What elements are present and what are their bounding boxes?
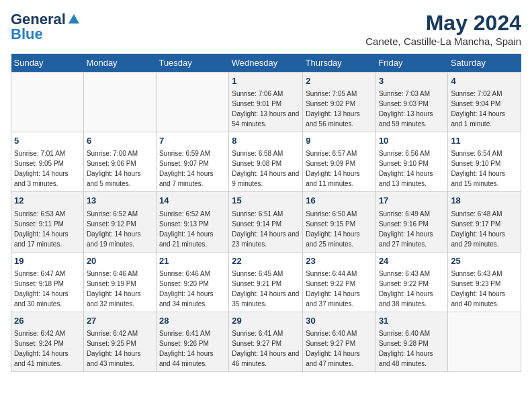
- sunrise-text: Sunrise: 6:50 AM: [306, 210, 357, 218]
- logo-icon: [67, 13, 81, 26]
- calendar-cell: 30Sunrise: 6:40 AMSunset: 9:27 PMDayligh…: [303, 312, 376, 371]
- daylight-text: Daylight: 14 hours and 5 minutes.: [87, 170, 141, 187]
- day-info: Sunrise: 6:48 AMSunset: 9:17 PMDaylight:…: [451, 209, 518, 249]
- calendar-cell: 22Sunrise: 6:45 AMSunset: 9:21 PMDayligh…: [229, 252, 303, 312]
- weekday-header-monday: Monday: [83, 54, 156, 73]
- weekday-header-tuesday: Tuesday: [156, 54, 228, 73]
- sunrise-text: Sunrise: 6:58 AM: [232, 150, 283, 157]
- daylight-text: Daylight: 13 hours and 54 minutes.: [232, 110, 299, 128]
- sunrise-text: Sunrise: 6:56 AM: [379, 150, 430, 157]
- calendar-cell: 4Sunrise: 7:02 AMSunset: 9:04 PMDaylight…: [448, 73, 521, 132]
- calendar-cell: 5Sunrise: 7:01 AMSunset: 9:05 PMDaylight…: [11, 132, 84, 192]
- sunrise-text: Sunrise: 6:49 AM: [379, 210, 430, 218]
- sunset-text: Sunset: 9:22 PM: [379, 280, 429, 287]
- calendar-cell: [156, 73, 228, 132]
- sunset-text: Sunset: 9:11 PM: [14, 220, 64, 228]
- day-number: 8: [232, 135, 300, 147]
- sunset-text: Sunset: 9:15 PM: [306, 220, 355, 228]
- sunset-text: Sunset: 9:16 PM: [379, 220, 429, 228]
- calendar-week-row: 12Sunrise: 6:53 AMSunset: 9:11 PMDayligh…: [11, 192, 521, 252]
- calendar-cell: 10Sunrise: 6:56 AMSunset: 9:10 PMDayligh…: [375, 132, 448, 192]
- sunrise-text: Sunrise: 6:43 AM: [451, 270, 502, 277]
- calendar-cell: 20Sunrise: 6:46 AMSunset: 9:19 PMDayligh…: [83, 252, 156, 312]
- sunrise-text: Sunrise: 6:43 AM: [379, 270, 430, 277]
- daylight-text: Daylight: 14 hours and 43 minutes.: [87, 350, 141, 367]
- daylight-text: Daylight: 14 hours and 34 minutes.: [159, 290, 214, 308]
- sunrise-text: Sunrise: 6:59 AM: [159, 150, 210, 157]
- daylight-text: Daylight: 14 hours and 1 minute.: [451, 110, 505, 128]
- sunset-text: Sunset: 9:10 PM: [451, 160, 500, 167]
- sunset-text: Sunset: 9:25 PM: [87, 340, 136, 347]
- calendar-cell: 12Sunrise: 6:53 AMSunset: 9:11 PMDayligh…: [11, 192, 84, 252]
- day-info: Sunrise: 6:44 AMSunset: 9:22 PMDaylight:…: [306, 269, 373, 309]
- calendar-cell: 21Sunrise: 6:46 AMSunset: 9:20 PMDayligh…: [156, 252, 228, 312]
- day-number: 14: [159, 195, 226, 207]
- sunrise-text: Sunrise: 6:41 AM: [232, 330, 283, 337]
- calendar-cell: 18Sunrise: 6:48 AMSunset: 9:17 PMDayligh…: [448, 192, 521, 252]
- sunset-text: Sunset: 9:14 PM: [232, 220, 281, 228]
- day-info: Sunrise: 6:58 AMSunset: 9:08 PMDaylight:…: [232, 148, 300, 189]
- sunset-text: Sunset: 9:24 PM: [14, 340, 64, 347]
- day-info: Sunrise: 6:49 AMSunset: 9:16 PMDaylight:…: [379, 209, 445, 249]
- day-number: 5: [14, 135, 81, 147]
- day-number: 26: [14, 315, 81, 327]
- day-number: 4: [451, 75, 518, 87]
- logo: General Blue: [11, 11, 81, 43]
- weekday-header-sunday: Sunday: [11, 54, 84, 73]
- day-info: Sunrise: 6:59 AMSunset: 9:07 PMDaylight:…: [159, 148, 226, 189]
- day-number: 29: [232, 315, 300, 327]
- weekday-header-row: SundayMondayTuesdayWednesdayThursdayFrid…: [11, 54, 521, 73]
- weekday-header-thursday: Thursday: [303, 54, 376, 73]
- day-info: Sunrise: 6:52 AMSunset: 9:12 PMDaylight:…: [87, 209, 153, 249]
- daylight-text: Daylight: 13 hours and 59 minutes.: [379, 110, 433, 128]
- daylight-text: Daylight: 14 hours and 17 minutes.: [14, 230, 69, 248]
- day-info: Sunrise: 7:03 AMSunset: 9:03 PMDaylight:…: [379, 89, 445, 129]
- calendar-cell: 16Sunrise: 6:50 AMSunset: 9:15 PMDayligh…: [303, 192, 376, 252]
- day-number: 18: [451, 195, 518, 207]
- calendar-week-row: 19Sunrise: 6:47 AMSunset: 9:18 PMDayligh…: [11, 252, 521, 312]
- sunrise-text: Sunrise: 6:51 AM: [232, 210, 283, 218]
- calendar-cell: 25Sunrise: 6:43 AMSunset: 9:23 PMDayligh…: [448, 252, 521, 312]
- daylight-text: Daylight: 14 hours and 32 minutes.: [87, 290, 141, 308]
- sunrise-text: Sunrise: 7:06 AM: [232, 90, 283, 97]
- calendar-cell: 13Sunrise: 6:52 AMSunset: 9:12 PMDayligh…: [83, 192, 156, 252]
- day-number: 11: [451, 135, 518, 147]
- day-number: 25: [451, 255, 518, 267]
- weekday-header-friday: Friday: [375, 54, 448, 73]
- day-info: Sunrise: 6:52 AMSunset: 9:13 PMDaylight:…: [159, 209, 226, 249]
- calendar-cell: 9Sunrise: 6:57 AMSunset: 9:09 PMDaylight…: [303, 132, 376, 192]
- calendar-cell: 15Sunrise: 6:51 AMSunset: 9:14 PMDayligh…: [229, 192, 303, 252]
- calendar-cell: 2Sunrise: 7:05 AMSunset: 9:02 PMDaylight…: [303, 73, 376, 132]
- sunset-text: Sunset: 9:21 PM: [232, 280, 281, 287]
- day-info: Sunrise: 6:40 AMSunset: 9:28 PMDaylight:…: [379, 328, 445, 369]
- sunset-text: Sunset: 9:27 PM: [306, 340, 355, 347]
- sunset-text: Sunset: 9:17 PM: [451, 220, 500, 228]
- calendar-table: SundayMondayTuesdayWednesdayThursdayFrid…: [11, 54, 521, 372]
- sunrise-text: Sunrise: 6:53 AM: [14, 210, 65, 218]
- calendar-cell: 8Sunrise: 6:58 AMSunset: 9:08 PMDaylight…: [229, 132, 303, 192]
- day-number: 12: [14, 195, 81, 207]
- day-info: Sunrise: 6:43 AMSunset: 9:22 PMDaylight:…: [379, 269, 445, 309]
- day-number: 2: [306, 75, 373, 87]
- daylight-text: Daylight: 14 hours and 23 minutes.: [232, 230, 299, 248]
- sunset-text: Sunset: 9:23 PM: [451, 280, 500, 287]
- daylight-text: Daylight: 14 hours and 21 minutes.: [159, 230, 214, 248]
- daylight-text: Daylight: 14 hours and 3 minutes.: [14, 170, 69, 187]
- day-info: Sunrise: 7:01 AMSunset: 9:05 PMDaylight:…: [14, 148, 81, 189]
- daylight-text: Daylight: 14 hours and 13 minutes.: [379, 170, 433, 187]
- daylight-text: Daylight: 14 hours and 46 minutes.: [232, 350, 299, 367]
- calendar-cell: 26Sunrise: 6:42 AMSunset: 9:24 PMDayligh…: [11, 312, 84, 371]
- calendar-week-row: 1Sunrise: 7:06 AMSunset: 9:01 PMDaylight…: [11, 73, 521, 132]
- calendar-cell: 1Sunrise: 7:06 AMSunset: 9:01 PMDaylight…: [229, 73, 303, 132]
- sunrise-text: Sunrise: 6:42 AM: [14, 330, 65, 337]
- daylight-text: Daylight: 14 hours and 37 minutes.: [306, 290, 360, 308]
- sunrise-text: Sunrise: 6:45 AM: [232, 270, 283, 277]
- day-info: Sunrise: 6:47 AMSunset: 9:18 PMDaylight:…: [14, 269, 81, 309]
- daylight-text: Daylight: 14 hours and 48 minutes.: [379, 350, 433, 367]
- daylight-text: Daylight: 14 hours and 40 minutes.: [451, 290, 505, 308]
- daylight-text: Daylight: 14 hours and 41 minutes.: [14, 350, 69, 367]
- calendar-week-row: 5Sunrise: 7:01 AMSunset: 9:05 PMDaylight…: [11, 132, 521, 192]
- weekday-header-wednesday: Wednesday: [229, 54, 303, 73]
- day-number: 3: [379, 75, 445, 87]
- day-number: 1: [232, 75, 300, 87]
